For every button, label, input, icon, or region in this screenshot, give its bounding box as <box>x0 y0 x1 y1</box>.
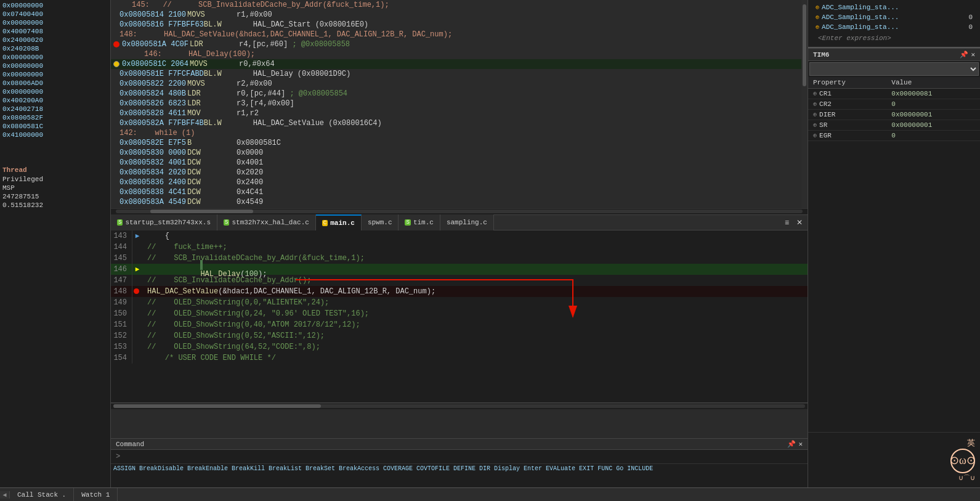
disasm-hscrollbar[interactable] <box>111 208 808 214</box>
tim6-register-table: Property Value ⊕ CR1 0x0 <box>808 77 980 432</box>
reg-row: 0x24002718 <box>0 105 110 113</box>
watch-expand-icon[interactable]: ⊕ <box>816 14 819 21</box>
tim6-reg-row-dier: ⊕ DIER 0x00000001 <box>808 110 980 120</box>
code-line-152: 152 // OLED_ShowString(0,52,"ASCII:",12)… <box>111 330 808 341</box>
msp-val: 247287515 <box>0 192 110 201</box>
tab-overflow-button[interactable]: ≡ <box>782 218 792 227</box>
disasm-line: 0x08005814 2100 MOVS r1,#0x00 <box>111 10 801 20</box>
command-title: Command <box>116 441 144 448</box>
code-line-148: 148 HAL_DAC_SetValue(&hdac1,DAC_CHANNEL_… <box>111 286 808 297</box>
code-gutter: ▶ <box>132 232 142 240</box>
reg-name-dier: DIER <box>819 111 835 118</box>
command-pin-icon[interactable]: 📌 <box>787 440 796 448</box>
watch-expressions-panel: ⊕ ADC_Sampling_sta... ⊕ ADC_Sampling_sta… <box>808 0 980 48</box>
reg-name-cr1: CR1 <box>819 90 832 97</box>
reg-row: 0x07400400 <box>0 10 110 18</box>
code-line-143: 143 ▶ { <box>111 230 808 242</box>
disasm-line: 0x0800582E E7F5 B 0x0800581C <box>111 138 801 148</box>
expand-icon-dier[interactable]: ⊕ <box>813 111 817 118</box>
disasm-line: 0x08005836 2400 DCW 0x2400 <box>111 177 801 187</box>
code-line-154: 154 /* USER CODE END WHILE */ <box>111 352 808 364</box>
reg-row: 0x40007408 <box>0 27 110 36</box>
call-stack-tab[interactable]: Call Stack . <box>10 488 74 502</box>
tim6-panel: TIM6 📌 ✕ Property Value <box>808 48 980 432</box>
reg-val-sr: 0x00000001 <box>886 120 980 131</box>
tab-label: tim.c <box>413 219 434 226</box>
disasm-line: 0x08005830 0000 DCW 0x0000 <box>111 148 801 158</box>
code-line-153: 153 // OLED_ShowString(64,52,"CODE:",8); <box>111 341 808 352</box>
disasm-source-line: 145: // SCB_InvalidateDCache_by_Addr(&fu… <box>111 0 801 10</box>
thread-label: Thread <box>0 164 110 175</box>
disasm-source-line: 148: HAL_DAC_SetValue(&hdac1,DAC_CHANNEL… <box>111 30 801 39</box>
tab-main-c[interactable]: C main.c <box>316 214 362 230</box>
expand-icon-cr2[interactable]: ⊕ <box>813 100 817 108</box>
tab-hal-dac[interactable]: S stm32h7xx_hal_dac.c <box>217 214 316 230</box>
expand-icon-sr[interactable]: ⊕ <box>813 121 817 129</box>
disasm-line: 0x0800582A F7FBFF4B BL.W HAL_DAC_SetValu… <box>111 118 801 128</box>
tim6-close-icon[interactable]: ✕ <box>971 51 975 59</box>
watch-expand-icon[interactable]: ⊕ <box>816 23 819 31</box>
tim6-dropdown[interactable] <box>809 62 979 76</box>
command-input-row: > <box>111 450 808 463</box>
disasm-line: 0x0800581E F7FCFABD BL.W HAL_Delay (0x08… <box>111 69 801 79</box>
disasm-source-line: 146: HAL_Delay(100); <box>111 49 801 59</box>
tim6-dropdown-container <box>808 61 980 77</box>
disasm-source-line: 142: while (1) <box>111 128 801 138</box>
disasm-line: 0x0800583A 4549 DCW 0x4549 <box>111 197 801 207</box>
tab-label: spwm.c <box>368 219 392 226</box>
tab-file-icon: S <box>405 219 410 226</box>
disasm-line: 0x08005838 4C41 DCW 0x4C41 <box>111 187 801 197</box>
watch-item: ⊕ ADC_Sampling_sta... <box>813 2 975 12</box>
watch-items: ⊕ ADC_Sampling_sta... ⊕ ADC_Sampling_sta… <box>808 0 980 47</box>
tab-sampling[interactable]: sampling.c <box>440 214 494 230</box>
tab-startup[interactable]: S startup_stm32h743xx.s <box>111 214 217 230</box>
disasm-vscrollbar[interactable] <box>801 0 808 208</box>
command-close-icon[interactable]: ✕ <box>798 440 803 448</box>
reg-row: 0x00000000 <box>0 1 110 10</box>
code-line-149: 149 // OLED_ShowString(0,0,"ALIENTEK",24… <box>111 297 808 308</box>
cat-decoration: 英 ⊙ω⊙ ∪⌒∪ <box>946 435 980 486</box>
reg-row: 0x00000000 <box>0 70 110 79</box>
reg-row: 0x00000000 <box>0 88 110 96</box>
watch-item: ⊕ ADC_Sampling_sta... 0 <box>813 22 975 32</box>
disasm-line: 0x08005822 2200 MOVS r2,#0x00 <box>111 79 801 89</box>
tim6-pin-icon[interactable]: 📌 <box>960 51 968 59</box>
enter-expression[interactable]: <Enter expression> <box>813 32 975 44</box>
reg-name-cr2: CR2 <box>819 100 832 108</box>
expand-icon-egr[interactable]: ⊕ <box>813 132 817 139</box>
bottom-scroll-left[interactable]: ◀ <box>0 491 10 499</box>
tab-spwm[interactable]: spwm.c <box>362 214 399 230</box>
msp-label: MSP <box>0 184 110 192</box>
reg-row: 0x0800581C <box>0 122 110 131</box>
watch-tab-label: Watch 1 <box>81 491 110 499</box>
tab-tim[interactable]: S tim.c <box>399 214 440 230</box>
tim6-reg-row-egr: ⊕ EGR 0 <box>808 131 980 141</box>
reg-row: 0x400200A0 <box>0 96 110 105</box>
disasm-line: 0x08005832 4001 DCW 0x4001 <box>111 158 801 168</box>
reg-val-cr1: 0x00000081 <box>886 89 980 99</box>
tim6-col-value: Value <box>886 77 980 89</box>
reg-row: 0x24000020 <box>0 36 110 44</box>
command-prompt: > <box>116 452 120 461</box>
command-input[interactable] <box>123 453 803 460</box>
editor-tabs-bar: S startup_stm32h743xx.s S stm32h7xx_hal_… <box>111 214 808 230</box>
watch-tab[interactable]: Watch 1 <box>74 488 118 502</box>
tim6-header: TIM6 📌 ✕ <box>808 49 980 61</box>
tab-label: sampling.c <box>447 219 487 226</box>
tab-file-icon: C <box>322 220 328 226</box>
reg-row: 0x0800582F <box>0 113 110 122</box>
disasm-line: 0x08005834 2020 DCW 0x2020 <box>111 168 801 177</box>
code-hscrollbar[interactable] <box>111 403 808 409</box>
code-editor[interactable]: 143 ▶ { 144 // fuck_time++; 145 / <box>111 230 808 403</box>
disasm-current-line: 0x0800581C 2064 MOVS r0,#0x64 <box>111 59 801 69</box>
bottom-tabs-bar: ◀ Call Stack . Watch 1 <box>0 487 980 501</box>
expand-icon-cr1[interactable]: ⊕ <box>813 90 817 97</box>
tab-close-button[interactable]: ✕ <box>794 218 805 227</box>
reg-val-cr2: 0 <box>886 99 980 110</box>
watch-expand-icon[interactable]: ⊕ <box>816 4 819 11</box>
reg-val-egr: 0 <box>886 131 980 141</box>
disasm-line: 0x08005816 F7FBFF63 BL.W HAL_DAC_Start (… <box>111 20 801 30</box>
tim6-title: TIM6 <box>813 51 829 59</box>
command-panel: Command 📌 ✕ > ASSIGN BreakDisable BreakE… <box>111 438 808 487</box>
reg-name-egr: EGR <box>819 132 832 139</box>
